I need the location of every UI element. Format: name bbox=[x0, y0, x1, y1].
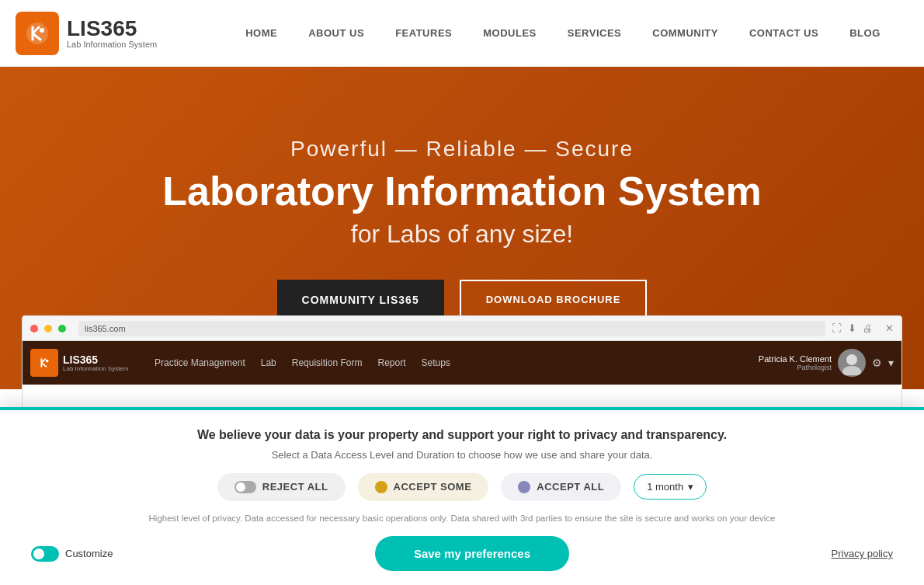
app-bar: LIS365 Lab Information System Practice M… bbox=[23, 341, 901, 385]
app-nav-items: Practice Management Lab Requisition Form… bbox=[155, 357, 759, 368]
customize-label: Customize bbox=[65, 548, 113, 559]
brochure-button[interactable]: DOWNLOAD BROCHURE bbox=[460, 280, 648, 319]
logo-name: LIS365 bbox=[67, 18, 157, 40]
close-icon[interactable]: ✕ bbox=[885, 322, 894, 334]
svg-point-0 bbox=[26, 23, 48, 44]
logo-icon bbox=[16, 12, 59, 55]
duration-selector[interactable]: 1 month ▾ bbox=[634, 474, 707, 500]
customize-toggle-switch bbox=[31, 546, 59, 562]
consent-banner: We believe your data is your property an… bbox=[0, 407, 924, 585]
accept-all-label: ACCEPT ALL bbox=[537, 481, 604, 493]
svg-point-2 bbox=[46, 360, 49, 363]
consent-footer: Customize Save my preferences Privacy po… bbox=[31, 536, 893, 571]
reject-toggle-icon bbox=[234, 481, 256, 493]
fullscreen-icon[interactable]: ⛶ bbox=[832, 322, 842, 334]
accept-some-label: ACCEPT SOME bbox=[394, 481, 472, 493]
nav-contact[interactable]: CONTACT US bbox=[734, 0, 834, 67]
app-logo-text-block: LIS365 Lab Information System bbox=[63, 354, 128, 372]
accept-some-button[interactable]: ACCEPT SOME bbox=[358, 473, 489, 501]
nav-about[interactable]: ABOUT US bbox=[293, 0, 380, 67]
community-button[interactable]: COMMUNITY LIS365 bbox=[277, 280, 444, 319]
consent-subtitle: Select a Data Access Level and Duration … bbox=[31, 449, 893, 461]
app-nav-report[interactable]: Report bbox=[377, 357, 405, 368]
nav-services[interactable]: SERVICES bbox=[552, 0, 637, 67]
nav-home[interactable]: HOME bbox=[230, 0, 293, 67]
nav-features[interactable]: FEATURES bbox=[380, 0, 467, 67]
gear-icon[interactable]: ⚙ bbox=[872, 357, 882, 369]
app-nav-requisition[interactable]: Requisition Form bbox=[292, 357, 363, 368]
browser-url-bar[interactable]: lis365.com bbox=[78, 321, 825, 336]
hero-content: Powerful — Reliable — Secure Laboratory … bbox=[162, 137, 761, 319]
app-nav-practice[interactable]: Practice Management bbox=[155, 357, 245, 368]
app-nav-lab[interactable]: Lab bbox=[261, 357, 276, 368]
logo-text-block: LIS365 Lab Information System bbox=[67, 18, 157, 49]
hero-title: Laboratory Information System bbox=[162, 169, 761, 214]
nav-links: HOME ABOUT US FEATURES MODULES SERVICES … bbox=[217, 0, 908, 67]
logo-sub: Lab Information System bbox=[67, 40, 157, 49]
app-user-area: Patricia K. Clement Pathologist ⚙ ▾ bbox=[759, 349, 894, 377]
app-logo: LIS365 Lab Information System bbox=[30, 349, 155, 377]
accept-all-button[interactable]: ACCEPT ALL bbox=[501, 473, 621, 501]
app-user-name: Patricia K. Clement bbox=[759, 354, 832, 364]
app-nav-setups[interactable]: Setups bbox=[422, 357, 450, 368]
app-logo-icon bbox=[30, 349, 58, 377]
svg-point-1 bbox=[40, 28, 44, 33]
browser-url-text: lis365.com bbox=[85, 324, 126, 333]
chevron-down-icon[interactable]: ▾ bbox=[888, 357, 894, 369]
accept-all-icon bbox=[518, 481, 530, 493]
app-logo-sub: Lab Information System bbox=[63, 365, 128, 372]
consent-title: We believe your data is your property an… bbox=[31, 426, 893, 444]
reject-all-label: REJECT ALL bbox=[262, 481, 328, 493]
print-icon[interactable]: 🖨 bbox=[863, 322, 873, 334]
browser-dot-yellow bbox=[44, 325, 52, 333]
hero-tagline: for Labs of any size! bbox=[162, 220, 761, 249]
nav-blog[interactable]: BLOG bbox=[834, 0, 896, 67]
consent-buttons: REJECT ALL ACCEPT SOME ACCEPT ALL 1 mont… bbox=[31, 473, 893, 501]
browser-dot-green bbox=[58, 325, 66, 333]
app-logo-name: LIS365 bbox=[63, 354, 128, 365]
privacy-policy-link[interactable]: Privacy policy bbox=[832, 548, 893, 559]
customize-toggle[interactable]: Customize bbox=[31, 546, 113, 562]
navbar: LIS365 Lab Information System HOME ABOUT… bbox=[0, 0, 924, 67]
duration-value: 1 month bbox=[647, 481, 683, 493]
consent-description: Highest level of privacy. Data accessed … bbox=[31, 512, 893, 525]
save-preferences-button[interactable]: Save my preferences bbox=[375, 536, 569, 571]
app-user-role: Pathologist bbox=[759, 364, 832, 371]
chevron-down-icon: ▾ bbox=[688, 481, 693, 493]
browser-icons: ⛶ ⬇ 🖨 ✕ bbox=[832, 322, 894, 334]
hero-buttons: COMMUNITY LIS365 DOWNLOAD BROCHURE bbox=[162, 280, 761, 319]
svg-point-4 bbox=[842, 366, 861, 375]
logo-area: LIS365 Lab Information System bbox=[16, 12, 217, 55]
browser-dot-red bbox=[30, 325, 38, 333]
app-user-info: Patricia K. Clement Pathologist bbox=[759, 354, 832, 371]
reject-all-button[interactable]: REJECT ALL bbox=[217, 473, 346, 501]
app-avatar bbox=[838, 349, 866, 377]
nav-community[interactable]: COMMUNITY bbox=[637, 0, 734, 67]
browser-bar: lis365.com ⛶ ⬇ 🖨 ✕ bbox=[23, 316, 901, 341]
nav-modules[interactable]: MODULES bbox=[467, 0, 552, 67]
download-icon[interactable]: ⬇ bbox=[848, 322, 856, 334]
hero-subtitle: Powerful — Reliable — Secure bbox=[162, 137, 761, 162]
accept-some-icon bbox=[375, 481, 387, 493]
svg-point-3 bbox=[846, 354, 857, 365]
